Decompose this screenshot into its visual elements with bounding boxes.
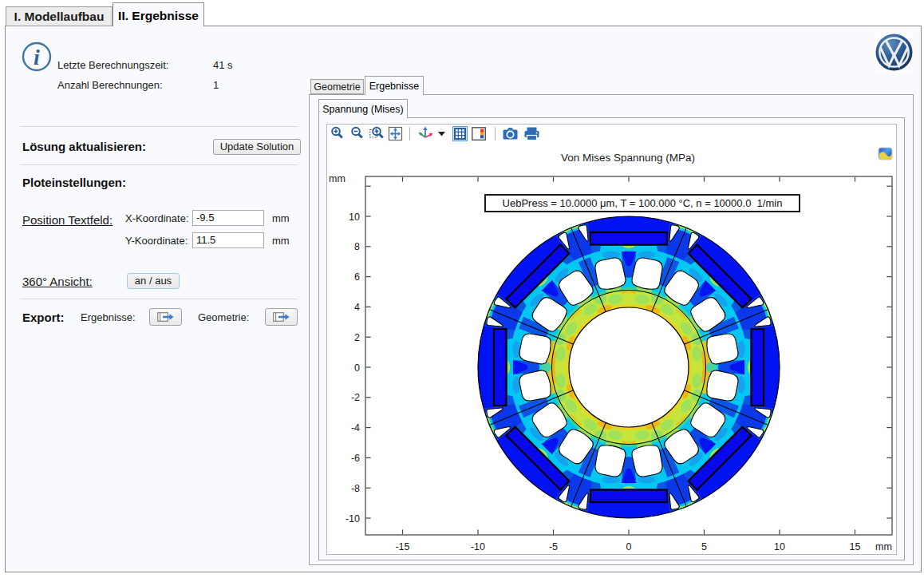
svg-text:-10: -10 bbox=[471, 541, 485, 552]
svg-text:0: 0 bbox=[354, 362, 360, 374]
svg-text:-15: -15 bbox=[395, 541, 409, 552]
svg-text:-2: -2 bbox=[351, 392, 360, 403]
svg-text:-4: -4 bbox=[351, 422, 360, 434]
svg-text:mm: mm bbox=[329, 173, 346, 184]
svg-text:5: 5 bbox=[701, 541, 707, 552]
svg-text:-5: -5 bbox=[549, 541, 558, 552]
svg-text:15: 15 bbox=[850, 541, 861, 552]
svg-text:UebPress = 10.0000 μm, T = 100: UebPress = 10.0000 μm, T = 100.000 °C, n… bbox=[503, 197, 783, 209]
svg-text:4: 4 bbox=[354, 302, 360, 313]
svg-text:8: 8 bbox=[354, 241, 360, 252]
svg-text:mm: mm bbox=[875, 541, 892, 552]
svg-text:10: 10 bbox=[349, 212, 360, 223]
svg-text:6: 6 bbox=[354, 271, 360, 283]
svg-text:2: 2 bbox=[354, 332, 360, 343]
svg-text:-8: -8 bbox=[351, 483, 360, 494]
svg-text:0: 0 bbox=[626, 541, 632, 552]
svg-text:i: i bbox=[34, 45, 40, 69]
svg-text:Von Mises Spannung (MPa): Von Mises Spannung (MPa) bbox=[561, 152, 695, 164]
svg-text:10: 10 bbox=[774, 541, 785, 552]
svg-text:-6: -6 bbox=[351, 453, 360, 464]
svg-text:-10: -10 bbox=[346, 513, 360, 525]
